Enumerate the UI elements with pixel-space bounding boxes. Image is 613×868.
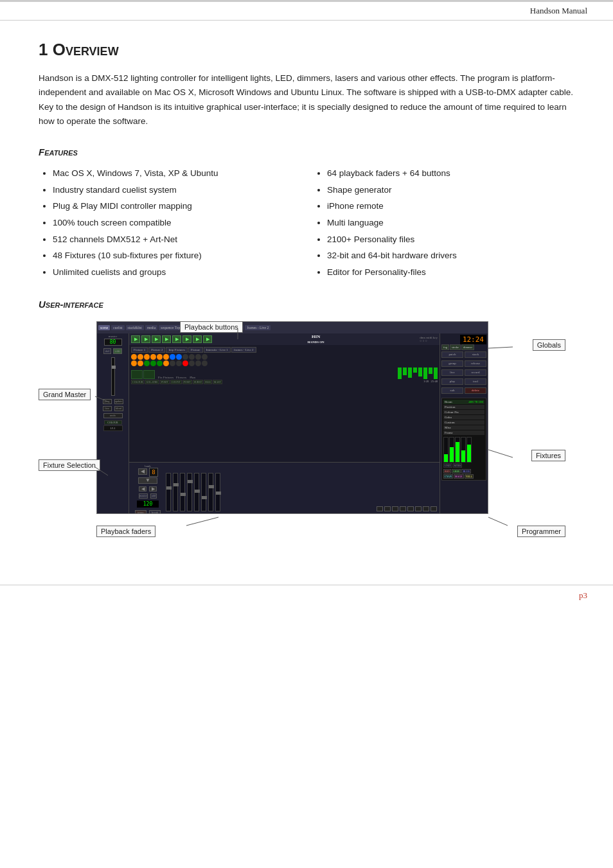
fixture-tab-6[interactable]: frames - Live 2 [231, 347, 256, 353]
play-btn-1[interactable]: ▶ [131, 335, 140, 343]
fix-btn[interactable] [182, 354, 188, 360]
fix-btn[interactable] [163, 354, 169, 360]
ui-diagram-area: scene cuelist stack&list media sequence … [39, 321, 565, 540]
btn-master[interactable]: master [139, 493, 148, 499]
btn-tool[interactable]: tool [465, 378, 486, 385]
play-btn-6[interactable]: ▶ [182, 335, 191, 343]
btn-break[interactable]: break [149, 510, 161, 513]
btn-record[interactable]: record [465, 369, 486, 376]
nav-btn-prev[interactable]: ◀ [138, 468, 147, 475]
playback-fader-2[interactable] [173, 473, 178, 511]
ch-bar [143, 370, 155, 379]
trig-btn-5[interactable] [407, 506, 414, 511]
tab-frames-live2[interactable]: frames - Live 2 [245, 325, 271, 330]
fixture-tab-5[interactable]: Intensite - Live 1 [204, 347, 231, 353]
trig-btn-3[interactable] [392, 506, 398, 511]
btn-delete[interactable]: delete [465, 387, 486, 394]
btn-live[interactable]: live [103, 406, 112, 411]
btn-update[interactable]: update [114, 399, 123, 404]
btn-edit[interactable]: edit [113, 348, 122, 354]
fix-btn[interactable] [176, 360, 182, 366]
btn-strobe[interactable]: strobe [450, 344, 461, 350]
prog-bar-fill-4 [461, 450, 465, 461]
fix-btn[interactable] [144, 354, 150, 360]
trig-btn-4[interactable] [400, 506, 406, 511]
btn-dimmer[interactable]: dimmer [461, 344, 474, 350]
fix-btn[interactable] [202, 354, 208, 360]
fixture-tab-3[interactable]: Imp Fixtures [166, 347, 188, 353]
play-btn-7[interactable]: ▶ [193, 335, 202, 343]
ch-ind [434, 368, 438, 379]
btn-group[interactable]: group [441, 360, 463, 367]
btn-release[interactable]: release [465, 360, 486, 367]
playback-fader-4[interactable] [187, 473, 192, 511]
tab-stack[interactable]: stack&list [126, 325, 144, 330]
tab-scene[interactable]: scene [98, 325, 110, 330]
tab-cuelist[interactable]: cuelist [111, 325, 124, 330]
fix-btn[interactable] [195, 360, 201, 366]
btn-prev2[interactable]: ◀ [139, 486, 147, 492]
trig-btn-1[interactable] [377, 506, 383, 511]
nav-btn-next[interactable]: ▼ [138, 477, 157, 484]
play-btn-2[interactable]: ▶ [141, 335, 150, 343]
fix-btn[interactable] [189, 360, 195, 366]
fixture-tab-4[interactable]: Fixture [188, 347, 202, 353]
lower-fader-section: bank ◀ 8 ▼ ◀ ▶ [129, 462, 440, 513]
fix-btn[interactable] [131, 354, 137, 360]
ch-ind [403, 368, 407, 375]
playback-fader-3[interactable] [180, 473, 185, 511]
fix-btn[interactable] [195, 354, 201, 360]
fix-btn[interactable] [157, 354, 163, 360]
btn-undo[interactable]: undo [103, 413, 123, 418]
btn-prog[interactable]: prog [103, 399, 112, 404]
fader-knob [195, 490, 200, 493]
callout-fixtures-text: Fixtures [536, 452, 561, 459]
btn-sub[interactable]: sub [441, 387, 463, 394]
fix-btn[interactable] [170, 360, 175, 366]
fix-btn[interactable] [202, 360, 208, 366]
play-btn-5[interactable]: ▶ [172, 335, 181, 343]
fix-btn[interactable] [150, 360, 156, 366]
fix-btn[interactable] [150, 354, 156, 360]
btn-next2[interactable]: ▶ [149, 486, 157, 492]
btn-live2[interactable]: live [441, 369, 463, 376]
tab-media[interactable]: media [145, 325, 157, 330]
btn-blind[interactable]: blind [114, 406, 123, 411]
playback-fader-8[interactable] [215, 473, 220, 511]
fix-btn[interactable] [138, 360, 143, 366]
fixture-tab-2[interactable]: Fixture 2 [148, 347, 165, 353]
btn-add[interactable]: add [150, 493, 157, 499]
intro-paragraph: Handson is a DMX-512 lighting controller… [39, 71, 574, 128]
trig-btn-6[interactable] [415, 506, 422, 511]
btn-fog[interactable]: fog [441, 344, 449, 350]
playback-fader-5[interactable] [194, 473, 199, 511]
feature-item: Plug & Play MIDI controller mapping [53, 198, 300, 215]
play-btn-3[interactable]: ▶ [152, 335, 161, 343]
trig-btn-2[interactable] [384, 506, 391, 511]
play-btn-8[interactable]: ▶ [203, 335, 212, 343]
master-fader[interactable] [111, 357, 115, 396]
fix-btn[interactable] [131, 360, 137, 366]
fix-btn[interactable] [182, 360, 188, 366]
btn-del[interactable]: del [103, 348, 111, 354]
trig-btn-8[interactable] [431, 506, 437, 511]
trig-btn-7[interactable] [423, 506, 429, 511]
fix-btn[interactable] [176, 354, 182, 360]
btn-stack[interactable]: stack [465, 351, 486, 358]
fix-btn[interactable] [144, 360, 150, 366]
btn-tempo[interactable]: tempo [135, 510, 147, 513]
gree-label: GREE [452, 469, 461, 474]
center-panel: ▶ ▶ ▶ ▶ ▶ ▶ ▶ ▶ HINHANDS ON dmx midi key… [129, 333, 440, 513]
fix-btn[interactable] [138, 354, 143, 360]
fixture-tab-1[interactable]: Fixture 1 [131, 347, 148, 353]
fix-btn[interactable] [189, 354, 195, 360]
play-btn-4[interactable]: ▶ [162, 335, 171, 343]
fix-btn[interactable] [170, 354, 175, 360]
playback-fader-7[interactable] [208, 473, 213, 511]
fix-btn[interactable] [163, 360, 169, 366]
playback-fader-1[interactable] [166, 473, 171, 511]
playback-fader-6[interactable] [201, 473, 206, 511]
btn-patch[interactable]: patch [441, 351, 463, 358]
fix-btn[interactable] [157, 360, 163, 366]
btn-play2[interactable]: play [441, 378, 463, 385]
